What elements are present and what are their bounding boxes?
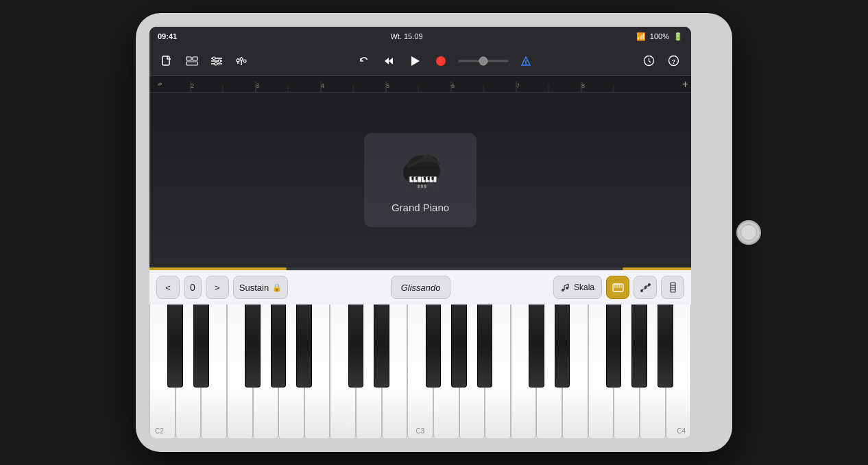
scale-notes-icon xyxy=(561,283,570,292)
svg-rect-47 xyxy=(418,177,421,182)
svg-line-26 xyxy=(649,61,651,62)
instrument-card[interactable]: Grand Piano xyxy=(364,133,477,227)
rewind-button[interactable] xyxy=(379,51,398,71)
controls-bar: < 0 > Sustain 🔒 Glissando xyxy=(149,270,691,305)
toolbar-left xyxy=(158,51,251,71)
mixer-list-button[interactable] xyxy=(207,51,226,71)
svg-rect-67 xyxy=(613,284,623,291)
svg-rect-3 xyxy=(186,62,197,65)
black-key[interactable] xyxy=(296,305,312,388)
svg-point-15 xyxy=(243,60,246,62)
svg-line-66 xyxy=(564,284,568,286)
toolbar-transport xyxy=(259,50,631,72)
black-key[interactable] xyxy=(167,305,183,388)
svg-rect-59 xyxy=(424,184,426,188)
svg-rect-53 xyxy=(415,177,418,180)
svg-line-75 xyxy=(642,289,646,289)
help-button[interactable]: ? xyxy=(664,51,683,71)
black-key[interactable] xyxy=(555,305,570,388)
scale-button[interactable]: Skala xyxy=(553,276,602,299)
arpeggio-button[interactable] xyxy=(634,276,657,299)
sustain-lock-icon: 🔒 xyxy=(272,283,282,292)
c4-label: C4 xyxy=(677,427,686,435)
undo-button[interactable] xyxy=(354,51,374,71)
svg-point-72 xyxy=(640,289,643,292)
svg-rect-58 xyxy=(421,184,423,188)
eq-button[interactable] xyxy=(232,51,251,71)
keyboard-view-button[interactable] xyxy=(606,276,629,299)
black-key[interactable] xyxy=(374,305,389,388)
black-key[interactable] xyxy=(658,305,673,388)
svg-rect-56 xyxy=(431,177,433,180)
octave-value-display: 0 xyxy=(184,276,202,299)
svg-line-60 xyxy=(408,183,410,190)
toolbar-right: ? xyxy=(639,51,683,71)
black-key[interactable] xyxy=(606,305,622,388)
ipad-screen: 09:41 Wt. 15.09 📶 100% 🔋 xyxy=(149,27,691,438)
svg-point-14 xyxy=(240,58,243,60)
keyboard-icon xyxy=(612,283,624,292)
svg-text:?: ? xyxy=(671,58,675,65)
timeline-ruler[interactable]: 𝄏 2 3 4 5 6 7 8 xyxy=(149,76,691,93)
arpeggio-icon xyxy=(640,283,651,293)
ipad-frame: 09:41 Wt. 15.09 📶 100% 🔋 xyxy=(136,13,732,452)
svg-rect-55 xyxy=(428,177,430,180)
svg-point-7 xyxy=(213,57,215,60)
scrubber-progress-left xyxy=(149,267,287,270)
tracks-view-button[interactable] xyxy=(182,51,202,71)
black-key[interactable] xyxy=(529,305,544,388)
c3-label: C3 xyxy=(416,427,425,435)
metronome-button[interactable] xyxy=(516,51,535,71)
clock-button[interactable] xyxy=(639,51,658,71)
black-key[interactable] xyxy=(477,305,493,388)
next-octave-button[interactable]: > xyxy=(206,276,229,299)
black-key[interactable] xyxy=(193,305,209,388)
svg-rect-57 xyxy=(418,184,420,188)
instrument-name: Grand Piano xyxy=(391,202,449,213)
svg-marker-17 xyxy=(389,58,393,64)
add-track-button[interactable]: + xyxy=(682,78,688,91)
svg-rect-54 xyxy=(424,177,426,180)
battery-label: 100% xyxy=(650,32,669,40)
black-key[interactable] xyxy=(426,305,442,388)
black-key[interactable] xyxy=(348,305,364,388)
settings-icon xyxy=(668,282,678,293)
svg-point-73 xyxy=(644,286,647,289)
svg-rect-2 xyxy=(193,57,197,60)
toolbar: ? xyxy=(149,46,691,76)
piano-keyboard[interactable]: C2 C3 C4 xyxy=(149,305,691,438)
svg-marker-18 xyxy=(411,56,420,66)
svg-marker-16 xyxy=(385,58,389,64)
instrument-settings-button[interactable] xyxy=(661,276,684,299)
black-key[interactable] xyxy=(245,305,261,388)
instrument-area: Grand Piano xyxy=(149,93,691,267)
svg-rect-51 xyxy=(433,177,436,182)
svg-point-8 xyxy=(218,60,221,62)
scrubber-bar[interactable] xyxy=(149,267,691,270)
status-bar: 09:41 Wt. 15.09 📶 100% 🔋 xyxy=(149,27,691,46)
sustain-button[interactable]: Sustain 🔒 xyxy=(233,276,288,299)
play-button[interactable] xyxy=(404,50,426,72)
svg-rect-0 xyxy=(162,56,169,65)
svg-point-19 xyxy=(436,56,446,66)
prev-octave-button[interactable]: < xyxy=(156,276,180,299)
new-button[interactable] xyxy=(158,51,177,71)
battery-icon: 🔋 xyxy=(673,32,683,41)
black-key[interactable] xyxy=(631,305,647,388)
home-button-inner xyxy=(740,224,757,241)
glissando-button[interactable]: Glissando xyxy=(391,276,451,299)
c2-label: C2 xyxy=(155,427,164,435)
svg-point-21 xyxy=(479,57,487,65)
record-button[interactable] xyxy=(431,51,450,71)
svg-point-9 xyxy=(215,62,217,65)
status-time: 09:41 xyxy=(158,32,177,40)
wifi-icon: 📶 xyxy=(636,32,646,41)
grand-piano-icon xyxy=(393,147,448,193)
svg-rect-1 xyxy=(186,57,191,60)
home-button[interactable] xyxy=(736,220,761,245)
status-right: 📶 100% 🔋 xyxy=(636,32,683,41)
svg-point-13 xyxy=(237,59,239,62)
volume-slider[interactable] xyxy=(456,51,511,71)
black-key[interactable] xyxy=(451,305,467,388)
black-key[interactable] xyxy=(271,305,287,388)
